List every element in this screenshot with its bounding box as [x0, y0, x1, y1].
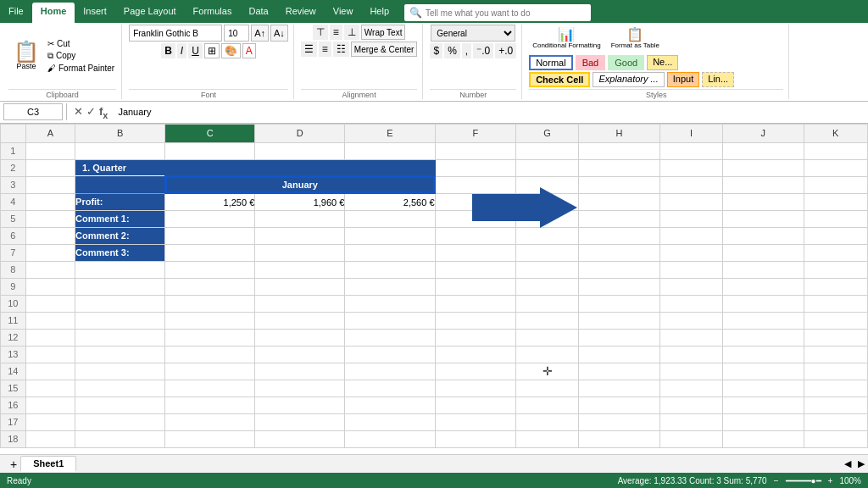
cell-j2[interactable] — [723, 159, 804, 176]
style-input[interactable]: Input — [667, 72, 699, 87]
cell-b1[interactable] — [75, 142, 165, 159]
cell-k4[interactable] — [804, 193, 867, 210]
cell-j5[interactable] — [723, 210, 804, 227]
cell-d4-profit[interactable]: 1,960 € — [255, 193, 345, 210]
wrap-text-button[interactable]: Wrap Text — [361, 25, 406, 40]
zoom-out-button[interactable]: − — [774, 476, 779, 485]
cell-e6[interactable] — [345, 227, 435, 244]
cell-i5[interactable] — [659, 210, 722, 227]
number-format-select[interactable]: General Number Currency — [431, 25, 515, 42]
tab-insert[interactable]: Insert — [75, 3, 115, 23]
col-head-c[interactable]: C — [165, 124, 255, 142]
cell-g2[interactable] — [516, 159, 579, 176]
cell-h5[interactable] — [579, 210, 660, 227]
col-head-k[interactable]: K — [804, 124, 867, 142]
confirm-formula-icon[interactable]: ✓ — [86, 105, 96, 120]
comma-button[interactable]: , — [462, 43, 471, 58]
cell-a4[interactable] — [25, 193, 75, 210]
zoom-slider[interactable]: ━━━━━●━ — [786, 476, 821, 485]
scroll-right-button[interactable]: ▶ — [854, 458, 868, 469]
cell-f1[interactable] — [435, 142, 516, 159]
cell-f6[interactable] — [435, 227, 516, 244]
cell-e7[interactable] — [345, 244, 435, 261]
cell-a2[interactable] — [25, 159, 75, 176]
cell-b3[interactable] — [75, 176, 165, 193]
cell-g4[interactable] — [516, 193, 579, 210]
tab-formulas[interactable]: Formulas — [185, 3, 241, 23]
conditional-formatting-button[interactable]: 📊 Conditional Formatting — [529, 25, 604, 52]
align-top-button[interactable]: ⊤ — [313, 25, 328, 40]
tab-file[interactable]: File — [0, 3, 32, 23]
tab-view[interactable]: View — [325, 3, 362, 23]
cell-c4-profit[interactable]: 1,250 € — [165, 193, 255, 210]
cell-g1[interactable] — [516, 142, 579, 159]
decrease-decimal-button[interactable]: ⁻.0 — [473, 43, 493, 58]
cell-c6[interactable] — [165, 227, 255, 244]
cell-f7[interactable] — [435, 244, 516, 261]
cell-f2[interactable] — [435, 159, 516, 176]
align-middle-button[interactable]: ≡ — [330, 25, 342, 40]
cell-g5[interactable] — [516, 210, 579, 227]
fill-color-button[interactable]: 🎨 — [221, 43, 241, 58]
col-head-e[interactable]: E — [345, 124, 435, 142]
cell-b6-comment2[interactable]: Comment 2: — [75, 227, 165, 244]
cell-h3[interactable] — [579, 176, 660, 193]
font-name-input[interactable] — [129, 25, 222, 42]
align-bottom-button[interactable]: ⊥ — [344, 25, 359, 40]
cell-b5-comment1[interactable]: Comment 1: — [75, 210, 165, 227]
increase-decimal-button[interactable]: +.0 — [495, 43, 516, 58]
cell-d1[interactable] — [255, 142, 345, 159]
cell-i3[interactable] — [659, 176, 722, 193]
cell-h4[interactable] — [579, 193, 660, 210]
cell-i2[interactable] — [659, 159, 722, 176]
cell-e5[interactable] — [345, 210, 435, 227]
scroll-left-button[interactable]: ◀ — [841, 458, 854, 469]
italic-button[interactable]: I — [177, 43, 186, 58]
cell-c5[interactable] — [165, 210, 255, 227]
cell-a7[interactable] — [25, 244, 75, 261]
cell-i1[interactable] — [659, 142, 722, 159]
cell-g6[interactable] — [516, 227, 579, 244]
cell-j4[interactable] — [723, 193, 804, 210]
cell-a6[interactable] — [25, 227, 75, 244]
search-input[interactable] — [426, 8, 586, 18]
cell-b2-quarter[interactable]: 1. Quarter — [75, 159, 435, 176]
cell-h2[interactable] — [579, 159, 660, 176]
copy-button[interactable]: ⧉ Copy — [46, 50, 116, 62]
cell-j6[interactable] — [723, 227, 804, 244]
col-head-b[interactable]: B — [75, 124, 165, 142]
cell-d7[interactable] — [255, 244, 345, 261]
cell-a1[interactable] — [25, 142, 75, 159]
style-linked[interactable]: Lin... — [702, 72, 734, 87]
cell-i4[interactable] — [659, 193, 722, 210]
currency-button[interactable]: $ — [430, 43, 442, 58]
cell-j3[interactable] — [723, 176, 804, 193]
cell-a5[interactable] — [25, 210, 75, 227]
cell-a3[interactable] — [25, 176, 75, 193]
col-head-f[interactable]: F — [435, 124, 516, 142]
cell-i7[interactable] — [659, 244, 722, 261]
merge-center-button[interactable]: Merge & Center — [351, 42, 418, 57]
col-head-j[interactable]: J — [723, 124, 804, 142]
underline-button[interactable]: U — [188, 43, 203, 58]
cancel-formula-icon[interactable]: ✕ — [74, 105, 83, 120]
style-bad[interactable]: Bad — [576, 55, 606, 70]
cell-k3[interactable] — [804, 176, 867, 193]
cell-h7[interactable] — [579, 244, 660, 261]
decrease-font-button[interactable]: A↓ — [270, 25, 288, 42]
tab-review[interactable]: Review — [277, 3, 325, 23]
cell-d5[interactable] — [255, 210, 345, 227]
cell-b4-profit[interactable]: Profit: — [75, 193, 165, 210]
cell-h6[interactable] — [579, 227, 660, 244]
col-head-i[interactable]: I — [659, 124, 722, 142]
cell-j7[interactable] — [723, 244, 804, 261]
style-explanatory[interactable]: Explanatory ... — [593, 72, 664, 87]
style-normal[interactable]: Normal — [529, 55, 572, 70]
cell-f4[interactable] — [435, 193, 516, 210]
add-sheet-button[interactable]: + — [7, 458, 20, 471]
style-check-cell[interactable]: Check Cell — [529, 72, 590, 87]
format-painter-button[interactable]: 🖌 Format Painter — [46, 63, 116, 74]
cell-h1[interactable] — [579, 142, 660, 159]
cell-k2[interactable] — [804, 159, 867, 176]
tab-data[interactable]: Data — [240, 3, 276, 23]
